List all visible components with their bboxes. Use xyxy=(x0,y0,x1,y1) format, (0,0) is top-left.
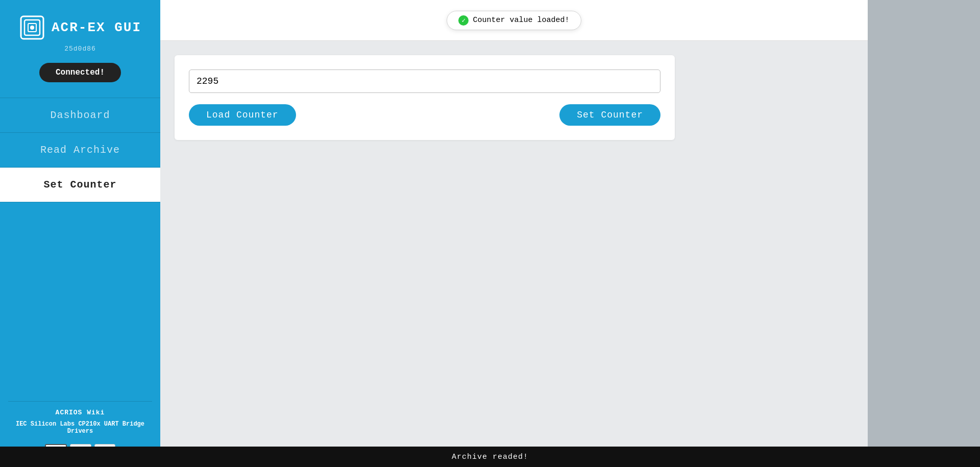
sidebar-footer-divider xyxy=(8,401,153,402)
sidebar-item-set-counter[interactable]: Set Counter xyxy=(0,168,160,202)
drivers-bold[interactable]: Drivers xyxy=(67,428,93,435)
toast-check-icon: ✓ xyxy=(458,15,469,26)
app-subtitle: 25d0d86 xyxy=(64,45,96,53)
sidebar-logo: ACR-EX GUI xyxy=(19,14,141,41)
toast-message: Counter value loaded! xyxy=(473,16,569,25)
app-logo-icon xyxy=(19,14,45,41)
sidebar-item-dashboard[interactable]: Dashboard xyxy=(0,98,160,133)
right-panel xyxy=(868,0,980,467)
sidebar-item-read-archive[interactable]: Read Archive xyxy=(0,133,160,168)
drivers-link[interactable]: IEC Silicon Labs CP210x UART Bridge Driv… xyxy=(0,421,160,435)
content-area: Load Counter Set Counter xyxy=(160,41,868,467)
main-content: ✓ Counter value loaded! Load Counter Set… xyxy=(160,0,868,467)
status-bar: Archive readed! xyxy=(0,447,980,467)
counter-card: Load Counter Set Counter xyxy=(175,55,675,140)
counter-input[interactable] xyxy=(189,69,660,93)
connected-button[interactable]: Connected! xyxy=(39,63,121,82)
drivers-prefix: IEC Silicon Labs CP210x UART Bridge xyxy=(16,421,144,428)
svg-point-3 xyxy=(30,26,34,30)
load-counter-button[interactable]: Load Counter xyxy=(189,104,296,126)
toast-notification: ✓ Counter value loaded! xyxy=(447,11,581,30)
top-bar: ✓ Counter value loaded! xyxy=(160,0,868,41)
acrios-wiki-link[interactable]: ACRIOS Wiki xyxy=(56,409,105,416)
app-title: ACR-EX GUI xyxy=(52,20,141,35)
counter-actions: Load Counter Set Counter xyxy=(189,104,660,126)
status-bar-message: Archive readed! xyxy=(452,453,528,461)
sidebar: ACR-EX GUI 25d0d86 Connected! Dashboard … xyxy=(0,0,160,467)
set-counter-button[interactable]: Set Counter xyxy=(559,104,660,126)
